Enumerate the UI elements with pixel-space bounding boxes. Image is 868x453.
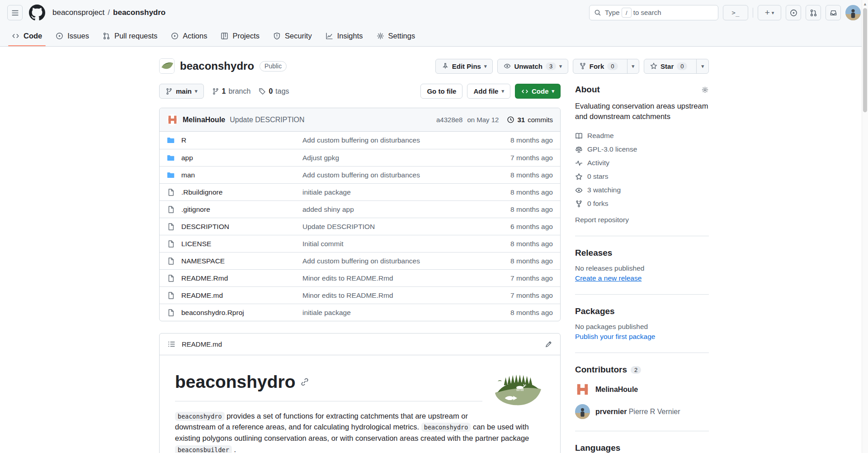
file-commit-message[interactable]: initiale package <box>302 309 485 317</box>
breadcrumb-org[interactable]: beaconsproject <box>52 8 104 17</box>
tab-issues[interactable]: Issues <box>51 25 94 46</box>
commit-author[interactable]: MelinaHoule <box>183 116 225 124</box>
file-name[interactable]: app <box>181 154 193 162</box>
link-icon[interactable] <box>300 377 309 386</box>
branch-selector[interactable]: main ▾ <box>159 84 204 99</box>
file-name[interactable]: DESCRIPTION <box>181 223 229 231</box>
file-commit-message[interactable]: Minor edits to README.Rmd <box>302 274 485 282</box>
tab-projects[interactable]: Projects <box>216 25 264 46</box>
tags-link[interactable]: 0 tags <box>259 87 289 95</box>
chevron-down-icon: ▾ <box>772 10 774 16</box>
edit-readme-button[interactable] <box>545 341 552 348</box>
file-name[interactable]: .Rbuildignore <box>181 188 222 196</box>
file-name[interactable]: R <box>181 136 186 144</box>
avatar <box>575 382 590 397</box>
breadcrumb-repo[interactable]: beaconshydro <box>113 8 165 17</box>
table-row[interactable]: manAdd custom buffering on disturbances8… <box>160 166 560 183</box>
about-item-activity[interactable]: Activity <box>575 156 709 170</box>
about-item-readme[interactable]: Readme <box>575 129 709 143</box>
about-item-gpl-3-0-license[interactable]: GPL-3.0 license <box>575 143 709 156</box>
table-row[interactable]: LICENSEInitial commit8 months ago <box>160 235 560 252</box>
page-title[interactable]: beaconshydro <box>180 60 254 72</box>
tab-settings[interactable]: Settings <box>372 25 420 46</box>
commit-message[interactable]: Update DESCRIPTION <box>230 116 304 124</box>
file-commit-message[interactable]: Add custom buffering on disturbances <box>302 136 485 144</box>
file-commit-message[interactable]: initiale package <box>302 188 485 196</box>
table-row[interactable]: README.RmdMinor edits to README.Rmd7 mon… <box>160 269 560 286</box>
contributor-username[interactable]: prvernier <box>595 408 627 415</box>
github-logo[interactable] <box>29 5 45 21</box>
edit-pins-button[interactable]: Edit Pins ▾ <box>435 59 493 74</box>
about-item-0-stars[interactable]: 0 stars <box>575 170 709 183</box>
about-item-3-watching[interactable]: 3 watching <box>575 183 709 197</box>
table-row[interactable]: .Rbuildignoreinitiale package8 months ag… <box>160 183 560 200</box>
readme-filename[interactable]: README.md <box>182 340 222 348</box>
hamburger-menu-button[interactable] <box>7 5 23 20</box>
table-row[interactable]: README.mdMinor edits to README.Rmd7 mont… <box>160 286 560 304</box>
issues-global-button[interactable] <box>786 5 801 20</box>
branches-link[interactable]: 1 branch <box>212 87 251 95</box>
file-commit-message[interactable]: Minor edits to README.Rmd <box>302 291 485 300</box>
tab-security[interactable]: Security <box>269 25 316 46</box>
star-button[interactable]: Star 0 ▾ <box>644 59 709 74</box>
table-row[interactable]: RAdd custom buffering on disturbances8 m… <box>160 132 560 149</box>
create-new-button[interactable]: + ▾ <box>758 5 781 20</box>
command-palette-button[interactable]: >_ <box>723 5 748 20</box>
org-avatar[interactable] <box>159 58 175 74</box>
readme-paragraphs: beaconshydro provides a set of functions… <box>175 410 545 453</box>
unwatch-button[interactable]: Unwatch 3 ▾ <box>497 59 568 74</box>
add-file-button[interactable]: Add file ▾ <box>467 84 510 99</box>
go-to-file-button[interactable]: Go to file <box>420 84 462 99</box>
search-input[interactable]: Type / to search <box>589 5 718 20</box>
file-commit-message[interactable]: Update DESCRIPTION <box>302 223 485 231</box>
file-name[interactable]: README.Rmd <box>181 274 228 282</box>
user-avatar[interactable] <box>845 5 861 20</box>
file-name[interactable]: README.md <box>181 291 223 300</box>
contributor-prvernier[interactable]: prvernier Pierre R Vernier <box>575 404 709 419</box>
table-row[interactable]: beaconshydro.Rprojinitiale package8 mont… <box>160 304 560 321</box>
file-commit-message[interactable]: Adjust gpkg <box>302 154 485 162</box>
commit-author-avatar[interactable] <box>167 114 178 125</box>
edit-about-button[interactable] <box>701 86 709 94</box>
tab-actions[interactable]: Actions <box>166 25 212 46</box>
file-name[interactable]: LICENSE <box>181 240 211 248</box>
publish-package-link[interactable]: Publish your first package <box>575 333 655 341</box>
about-item-0-forks[interactable]: 0 forks <box>575 197 709 210</box>
commit-sha[interactable]: a4328e8 <box>436 116 462 124</box>
file-commit-message[interactable]: Add custom buffering on disturbances <box>302 257 485 265</box>
code-button[interactable]: Code ▾ <box>515 84 561 99</box>
pull-requests-global-button[interactable] <box>806 5 821 20</box>
star-dropdown-segment[interactable]: ▾ <box>696 59 708 73</box>
file-name[interactable]: beaconshydro.Rproj <box>181 309 244 317</box>
table-row[interactable]: DESCRIPTIONUpdate DESCRIPTION6 months ag… <box>160 218 560 235</box>
list-icon[interactable] <box>168 340 175 348</box>
file-commit-message[interactable]: added shiny app <box>302 205 485 214</box>
scroll-up-arrow[interactable]: ▲ <box>862 0 868 6</box>
contributor-MelinaHoule[interactable]: MelinaHoule <box>575 382 709 397</box>
inbox-button[interactable] <box>826 5 841 20</box>
scrollbar-thumb[interactable] <box>863 8 867 112</box>
file-name[interactable]: NAMESPACE <box>181 257 225 265</box>
fork-button[interactable]: Fork 0 ▾ <box>573 59 639 74</box>
commit-history-link[interactable]: 31 commits <box>507 116 553 124</box>
fork-main-segment[interactable]: Fork 0 <box>573 59 624 73</box>
file-age: 8 months ago <box>485 171 553 179</box>
table-row[interactable]: appAdjust gpkg7 months ago <box>160 149 560 166</box>
table-row[interactable]: .gitignoreadded shiny app8 months ago <box>160 200 560 218</box>
file-commit-message[interactable]: Add custom buffering on disturbances <box>302 171 485 179</box>
tab-insights[interactable]: Insights <box>321 25 368 46</box>
page-scrollbar[interactable]: ▲ <box>862 0 868 453</box>
report-repository-link[interactable]: Report repository <box>575 216 629 224</box>
tab-code[interactable]: Code <box>7 25 47 46</box>
table-row[interactable]: NAMESPACEAdd custom buffering on disturb… <box>160 252 560 269</box>
file-commit-message[interactable]: Initial commit <box>302 240 485 248</box>
tab-pull-requests[interactable]: Pull requests <box>98 25 162 46</box>
fork-dropdown-segment[interactable]: ▾ <box>627 59 639 73</box>
shield-icon <box>273 32 281 40</box>
create-release-link[interactable]: Create a new release <box>575 274 642 282</box>
file-name[interactable]: .gitignore <box>181 205 210 214</box>
identicon-avatar <box>167 114 178 125</box>
file-name[interactable]: man <box>181 171 195 179</box>
star-main-segment[interactable]: Star 0 <box>644 59 693 73</box>
contributor-username[interactable]: MelinaHoule <box>595 386 638 393</box>
